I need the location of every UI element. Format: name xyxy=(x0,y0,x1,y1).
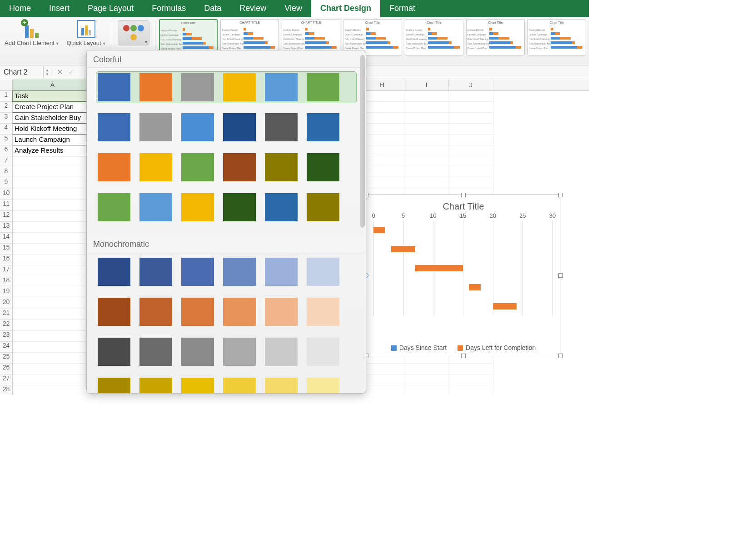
cell[interactable] xyxy=(449,374,493,385)
cancel-icon[interactable]: ✕ xyxy=(57,68,63,76)
cell[interactable] xyxy=(449,113,493,124)
cell[interactable] xyxy=(404,178,449,189)
color-palette-option[interactable] xyxy=(96,71,357,103)
cell[interactable]: Launch Campaign xyxy=(13,135,93,145)
resize-handle[interactable] xyxy=(461,193,466,197)
cell[interactable] xyxy=(404,374,449,385)
row-header[interactable]: 7 xyxy=(0,156,13,167)
row-header[interactable]: 26 xyxy=(0,364,13,374)
cell[interactable] xyxy=(404,156,449,167)
chart-bar[interactable] xyxy=(391,246,415,252)
row-header[interactable]: 18 xyxy=(0,276,13,287)
cell[interactable] xyxy=(13,255,93,265)
cell[interactable] xyxy=(360,135,404,145)
resize-handle[interactable] xyxy=(558,273,563,278)
cell[interactable] xyxy=(13,331,93,342)
cell[interactable] xyxy=(360,156,404,167)
color-palette-option[interactable] xyxy=(96,191,357,223)
row-header[interactable]: 28 xyxy=(0,385,13,394)
tab-review[interactable]: Review xyxy=(230,0,275,17)
tab-page-layout[interactable]: Page Layout xyxy=(79,0,143,17)
cell[interactable] xyxy=(360,167,404,178)
cell[interactable] xyxy=(13,222,93,233)
chart-title[interactable]: Chart Title xyxy=(366,201,561,212)
resize-handle[interactable] xyxy=(558,354,563,358)
cell[interactable] xyxy=(360,102,404,113)
cell[interactable] xyxy=(360,385,404,394)
cell[interactable] xyxy=(360,145,404,156)
cell[interactable] xyxy=(404,102,449,113)
cell[interactable] xyxy=(449,178,493,189)
row-header[interactable]: 13 xyxy=(0,222,13,233)
cell[interactable] xyxy=(13,211,93,222)
cell[interactable] xyxy=(13,385,93,394)
cell[interactable] xyxy=(404,91,449,102)
cell[interactable] xyxy=(360,374,404,385)
row-header[interactable]: 25 xyxy=(0,353,13,364)
tab-format[interactable]: Format xyxy=(380,0,424,17)
resize-handle[interactable] xyxy=(461,354,466,358)
cell[interactable] xyxy=(449,102,493,113)
chart-legend[interactable]: Days Since Start Days Left for Completio… xyxy=(366,344,561,351)
row-header[interactable]: 19 xyxy=(0,287,13,298)
tab-chart-design[interactable]: Chart Design xyxy=(311,0,380,17)
cell[interactable] xyxy=(13,298,93,309)
tab-home[interactable]: Home xyxy=(0,0,40,17)
row-header[interactable]: 1 xyxy=(0,91,13,102)
row-header[interactable]: 11 xyxy=(0,200,13,211)
color-palette-option[interactable] xyxy=(96,256,357,288)
name-box-stepper[interactable]: ▲▼ xyxy=(44,68,51,76)
scrollbar[interactable] xyxy=(360,55,365,228)
row-header[interactable]: 16 xyxy=(0,255,13,265)
cell[interactable]: Gain Stakeholder Buy xyxy=(13,113,93,124)
row-header[interactable]: 20 xyxy=(0,298,13,309)
column-header[interactable]: J xyxy=(449,79,493,90)
cell[interactable] xyxy=(404,135,449,145)
column-header[interactable]: A xyxy=(13,79,93,90)
cell[interactable]: Analyze Results xyxy=(13,145,93,156)
cell[interactable] xyxy=(360,113,404,124)
cell[interactable] xyxy=(13,353,93,364)
chart-bar[interactable] xyxy=(493,303,517,309)
row-header[interactable]: 21 xyxy=(0,309,13,320)
name-box[interactable]: Chart 2 xyxy=(0,66,44,78)
chart-style-option[interactable]: Chart TitleAnalyze ResultsLaunch Campaig… xyxy=(405,19,463,55)
color-palette-option[interactable] xyxy=(96,376,357,394)
cell[interactable] xyxy=(360,178,404,189)
confirm-icon[interactable]: ✓ xyxy=(68,68,74,76)
color-palette-option[interactable] xyxy=(96,336,357,368)
row-header[interactable]: 17 xyxy=(0,265,13,276)
row-header[interactable]: 23 xyxy=(0,331,13,342)
row-header[interactable]: 9 xyxy=(0,178,13,189)
cell[interactable] xyxy=(449,145,493,156)
cell[interactable] xyxy=(449,124,493,135)
cell[interactable] xyxy=(13,233,93,244)
cell[interactable] xyxy=(13,309,93,320)
cell[interactable] xyxy=(13,265,93,276)
tab-insert[interactable]: Insert xyxy=(40,0,79,17)
cell[interactable] xyxy=(360,91,404,102)
cell[interactable]: Create Project Plan xyxy=(13,102,93,113)
cell[interactable] xyxy=(449,167,493,178)
tab-formulas[interactable]: Formulas xyxy=(143,0,195,17)
row-header[interactable]: 24 xyxy=(0,342,13,353)
cell[interactable] xyxy=(404,113,449,124)
chart-bar[interactable] xyxy=(373,227,385,233)
chart-style-option[interactable]: Chart TitleAnalyze ResultsLaunch Campaig… xyxy=(466,19,525,55)
cell[interactable] xyxy=(13,178,93,189)
cell[interactable] xyxy=(13,320,93,331)
chart-plot-area[interactable]: 051015202530 xyxy=(373,220,552,316)
cell[interactable]: Task xyxy=(13,91,93,102)
row-header[interactable]: 12 xyxy=(0,211,13,222)
select-all-corner[interactable] xyxy=(0,79,13,90)
column-header[interactable]: H xyxy=(360,79,404,90)
chart-style-option[interactable]: Chart TitleAnalyze ResultsLaunch Campaig… xyxy=(527,19,586,55)
tab-data[interactable]: Data xyxy=(195,0,230,17)
cell[interactable] xyxy=(13,364,93,374)
cell[interactable] xyxy=(449,364,493,374)
row-header[interactable]: 27 xyxy=(0,374,13,385)
row-header[interactable]: 8 xyxy=(0,167,13,178)
cell[interactable] xyxy=(360,364,404,374)
chart-bar[interactable] xyxy=(469,284,481,290)
cell[interactable] xyxy=(13,156,93,167)
